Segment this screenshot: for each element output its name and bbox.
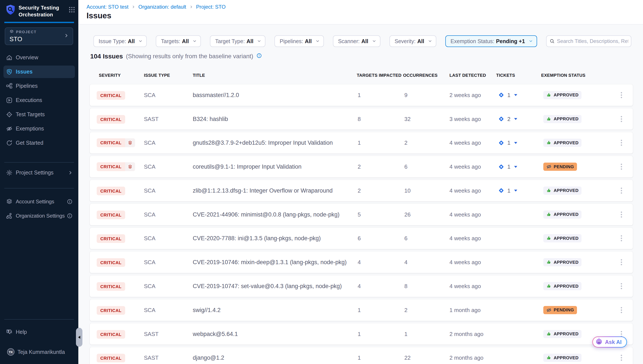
eye-off-icon (6, 126, 13, 132)
issue-row[interactable]: CRITICAL SCA CVE-2019-10746: mixin-deep@… (90, 252, 633, 273)
occurrences: 32 (404, 116, 411, 122)
filter-label: Scanner: (338, 38, 360, 44)
breadcrumb-link[interactable]: Organization: default (138, 4, 186, 10)
row-menu-button[interactable] (619, 210, 624, 219)
last-detected: 2 weeks ago (449, 92, 481, 98)
gear-icon (6, 170, 13, 176)
sidebar-item-label: Pipelines (16, 83, 38, 89)
sidebar-item-executions[interactable]: Executions (4, 94, 75, 106)
issue-row[interactable]: CRITICAL SAST webpack@5.64.1 1 1 2 month… (90, 323, 633, 345)
row-menu-button[interactable] (619, 258, 624, 267)
ticket-cell[interactable]: 1 (498, 187, 518, 194)
ticket-caret-icon[interactable] (513, 141, 518, 144)
issue-row[interactable]: CRITICAL SAST django@1.2 1 22 2 months a… (90, 347, 633, 364)
filter-targettype[interactable]: Target Type:All (210, 35, 265, 47)
issue-row[interactable]: CRITICAL SCA gnutls28@3.7.9-2+deb12u5: I… (90, 132, 633, 154)
sidebar-item-test-targets[interactable]: Test Targets (4, 108, 75, 121)
stacked-issues-icon (125, 162, 135, 171)
org-icon (6, 212, 13, 219)
occurrences: 4 (404, 259, 407, 266)
row-menu-button[interactable] (619, 353, 624, 362)
row-menu-button[interactable] (619, 114, 624, 124)
targets-impacted: 2 (358, 187, 361, 194)
sidebar-nav-tertiary: Account Settings Organization Settings (0, 195, 78, 224)
ticket-caret-icon[interactable] (513, 93, 518, 97)
sidebar-item-help[interactable]: ?Help (4, 326, 75, 338)
row-menu-button[interactable] (619, 305, 624, 315)
row-menu-button[interactable] (619, 90, 624, 100)
search-icon (549, 38, 555, 44)
filter-issuetype[interactable]: Issue Type:All (94, 35, 147, 47)
issue-row[interactable]: CRITICAL SCA bassmaster//1.2.0 1 9 2 wee… (90, 84, 633, 106)
ticket-cell[interactable]: 2 (498, 116, 518, 122)
info-icon[interactable] (67, 213, 73, 219)
issue-row[interactable]: CRITICAL SCA zlib@1:1.2.13.dfsg-1: Integ… (90, 180, 633, 202)
module-grid-icon[interactable] (69, 6, 75, 14)
last-detected: 4 weeks ago (449, 140, 481, 146)
issue-title: CVE-2019-10747: set-value@0.4.3 (lang-pk… (193, 283, 342, 290)
row-menu-button[interactable] (619, 162, 624, 172)
ticket-caret-icon[interactable] (513, 165, 518, 168)
issue-row[interactable]: CRITICAL SCA CVE-2021-44906: minimist@0.… (90, 204, 633, 225)
filter-targets[interactable]: Targets:All (156, 35, 201, 47)
jira-ticket-icon (498, 116, 504, 122)
filter-pipelines[interactable]: Pipelines:All (274, 35, 324, 47)
breadcrumb-link[interactable]: Account: STO test (87, 4, 128, 10)
occurrences: 9 (404, 92, 407, 98)
targets-impacted: 5 (358, 211, 361, 218)
issues-count: 104 Issues (90, 52, 123, 60)
sidebar-item-pipelines[interactable]: Pipelines (4, 80, 75, 92)
search-input[interactable] (557, 38, 628, 44)
page-header: Account: STO testOrganization: defaultPr… (78, 0, 643, 24)
sidebar-item-overview[interactable]: Overview (4, 51, 75, 64)
chevron-right-icon (68, 170, 73, 175)
sidebar-item-account-settings[interactable]: Account Settings (4, 195, 75, 208)
sidebar-item-label: Account Settings (16, 198, 54, 205)
chevron-down-icon (253, 39, 261, 43)
severity-badge: CRITICAL (97, 306, 125, 314)
breadcrumb: Account: STO testOrganization: defaultPr… (87, 4, 643, 10)
sidebar-item-project-settings[interactable]: Project Settings (4, 166, 75, 179)
sidebar-item-exemptions[interactable]: Exemptions (4, 122, 75, 135)
ticket-caret-icon[interactable] (513, 117, 518, 121)
row-menu-button[interactable] (619, 138, 624, 148)
user-name: Teja Kummarikuntla (18, 349, 65, 355)
issue-row[interactable]: CRITICAL SCA CVE-2019-10747: set-value@0… (90, 275, 633, 297)
row-menu-button[interactable] (619, 282, 624, 291)
ask-ai-button[interactable]: Ask AI (592, 336, 627, 348)
ticket-caret-icon[interactable] (513, 189, 518, 192)
exemption-status-badge: APPROVED (543, 139, 581, 147)
issues-table: CRITICAL SCA bassmaster//1.2.0 1 9 2 wee… (90, 84, 633, 364)
sidebar-collapse-handle[interactable] (76, 328, 83, 347)
row-menu-button[interactable] (619, 186, 624, 195)
column-header: SEVERITY (99, 73, 121, 78)
ticket-cell[interactable]: 1 (498, 140, 518, 146)
chevron-down-icon (189, 39, 197, 43)
issue-row[interactable]: CRITICAL SCA CVE-2020-7788: ini@1.3.5 (l… (90, 228, 633, 249)
filter-scanner[interactable]: Scanner:All (333, 35, 380, 47)
chevron-down-icon (368, 39, 376, 43)
ticket-count: 1 (507, 92, 510, 98)
sidebar-item-organization-settings[interactable]: Organization Settings (4, 210, 75, 222)
filter-severity[interactable]: Severity:All (389, 35, 436, 47)
info-icon[interactable] (67, 198, 73, 205)
severity-badge: CRITICAL (97, 282, 125, 291)
layers-icon (6, 198, 13, 205)
breadcrumb-link[interactable]: Project: STO (196, 4, 226, 10)
issue-row[interactable]: CRITICAL SCA coreutils@9.1-1: Improper I… (90, 156, 633, 178)
project-selector[interactable]: PROJECT STO (5, 28, 73, 45)
sidebar-item-get-started[interactable]: Get Started (4, 137, 75, 149)
search-box (546, 35, 631, 47)
info-icon[interactable] (256, 53, 262, 60)
occurrences: 6 (404, 235, 407, 242)
ticket-cell[interactable]: 1 (498, 164, 518, 170)
issue-row[interactable]: CRITICAL SAST B324: hashlib 8 32 3 weeks… (90, 108, 633, 130)
issue-row[interactable]: CRITICAL SCA swig//1.4.2 1 2 1 month ago… (90, 299, 633, 321)
occurrences: 8 (404, 283, 407, 290)
ticket-cell[interactable]: 1 (498, 92, 518, 98)
filter-exemptionstatus[interactable]: Exemption Status:Pending +1 (445, 35, 537, 47)
sidebar-item-issues[interactable]: Issues (4, 66, 75, 78)
row-menu-button[interactable] (619, 234, 624, 243)
user-menu[interactable]: TK Teja Kummarikuntla (0, 340, 78, 364)
last-detected: 4 weeks ago (449, 235, 481, 242)
